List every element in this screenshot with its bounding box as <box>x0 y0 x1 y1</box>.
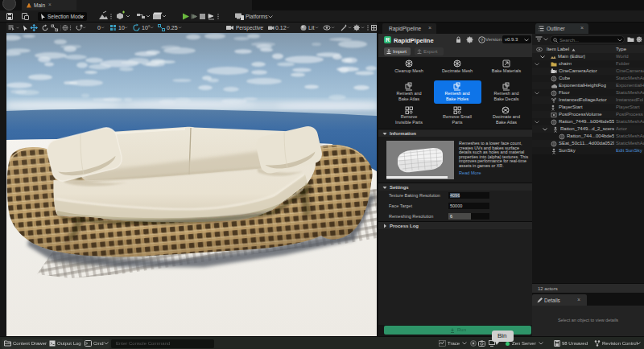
svg-text:Perspective: Perspective <box>236 25 263 31</box>
svg-text:0: 0 <box>97 25 101 31</box>
svg-text:0.12: 0.12 <box>275 25 287 31</box>
svg-text:Lit: Lit <box>308 25 314 31</box>
svg-text:10: 10 <box>118 25 125 31</box>
svg-text:10°: 10° <box>142 25 151 31</box>
svg-text:0.25: 0.25 <box>167 25 178 31</box>
svg-text:?: ? <box>481 38 484 43</box>
